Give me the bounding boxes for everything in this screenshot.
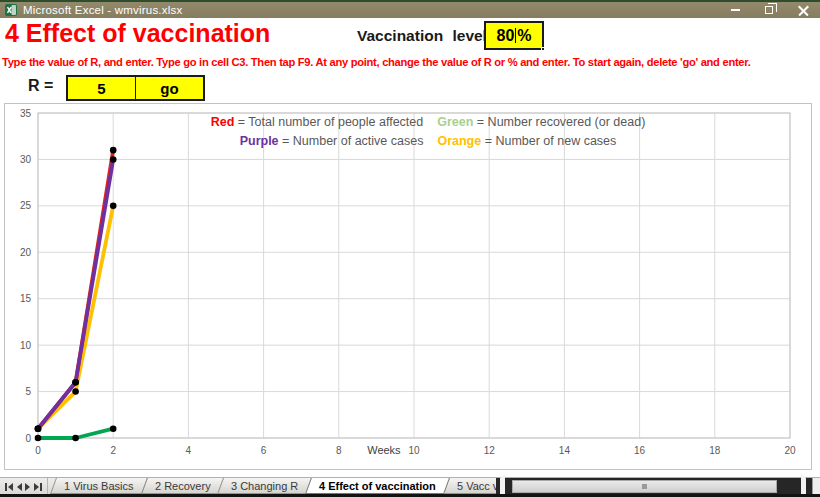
scroll-right-button[interactable] (801, 478, 806, 496)
go-cell[interactable]: go (135, 75, 205, 101)
sheet-tab[interactable]: 1 Virus Basics (50, 478, 147, 494)
svg-text:15: 15 (20, 293, 32, 304)
vaccination-level-cell[interactable]: 80% (484, 21, 544, 50)
svg-text:10: 10 (20, 340, 32, 351)
tab-scroll-next-button[interactable] (25, 483, 30, 491)
chart-legend: Red = Total number of people affectedGre… (211, 113, 646, 151)
page-title: 4 Effect of vaccination (5, 19, 270, 48)
svg-text:20: 20 (784, 445, 796, 456)
legend-entry: Green = Number recovered (or dead) (437, 115, 645, 129)
svg-text:25: 25 (20, 200, 32, 211)
svg-text:30: 30 (20, 154, 32, 165)
legend-entry: Red = Total number of people affected (211, 115, 424, 129)
cell-fill-handle[interactable] (541, 47, 545, 51)
r-value-cell[interactable]: 5 (66, 75, 137, 101)
close-button[interactable] (786, 2, 820, 18)
vaccination-chart[interactable]: 0246810121416182005101520253035Weeks Red… (4, 103, 812, 470)
scrollbar-end-cap (812, 478, 820, 495)
svg-text:14: 14 (559, 445, 571, 456)
scrollbar-thumb[interactable] (512, 480, 777, 493)
tab-scroll-first-button[interactable] (5, 483, 13, 491)
first-sheet-icon (5, 483, 7, 491)
svg-text:35: 35 (20, 108, 32, 119)
instructions-text: Type the value of R, and enter. Type go … (2, 56, 819, 68)
sheet-tab-strip: 1 Virus Basics2 Recovery3 Changing R4 Ef… (48, 478, 496, 495)
sheet-tab[interactable]: 5 Vacc vs no vacc av (443, 478, 496, 494)
sheet-tab[interactable]: 3 Changing R (217, 478, 312, 494)
sheet-tab-label: 4 Effect of vaccination (320, 480, 437, 492)
tab-scroll-last-button[interactable] (34, 483, 42, 491)
chart-plot-area: 0246810121416182005101520253035Weeks (5, 104, 813, 471)
svg-text:5: 5 (25, 386, 31, 397)
excel-icon (5, 4, 17, 16)
sheet-tab-label: 5 Vacc vs no vacc av (457, 480, 496, 492)
vaccination-value-unit: % (517, 27, 531, 45)
svg-text:0: 0 (25, 433, 31, 444)
legend-entry: Orange = Number of new cases (437, 134, 616, 148)
vaccination-value: 80 (496, 27, 514, 45)
window-title: Microsoft Excel - wmvirus.xlsx (23, 4, 182, 16)
legend-line: Red = Total number of people affectedGre… (211, 113, 646, 132)
svg-text:18: 18 (709, 445, 721, 456)
close-icon (798, 5, 809, 16)
legend-entry: Purple = Number of active cases (240, 134, 424, 148)
svg-text:12: 12 (484, 445, 496, 456)
next-sheet-icon (25, 483, 30, 491)
restore-button[interactable] (752, 2, 786, 18)
legend-line: Purple = Number of active casesOrange = … (211, 132, 646, 151)
restore-icon (765, 6, 773, 14)
sheet-tab-label: 2 Recovery (155, 480, 211, 492)
svg-text:20: 20 (20, 247, 32, 258)
svg-text:0: 0 (35, 445, 41, 456)
svg-text:8: 8 (336, 445, 342, 456)
excel-window: Microsoft Excel - wmvirus.xlsx 4 Effect … (0, 0, 820, 497)
sheet-tab[interactable]: 4 Effect of vaccination (306, 478, 451, 494)
svg-text:2: 2 (110, 445, 116, 456)
sheet-tab-label: 1 Virus Basics (64, 480, 133, 492)
r-label: R = (28, 77, 53, 95)
sheet-tab-bar: 1 Virus Basics2 Recovery3 Changing R4 Ef… (0, 477, 820, 494)
prev-sheet-icon (17, 483, 22, 491)
text-caret (515, 28, 516, 43)
tab-nav-buttons (0, 478, 48, 495)
svg-text:16: 16 (634, 445, 646, 456)
last-sheet-icon (34, 483, 39, 491)
svg-text:10: 10 (408, 445, 420, 456)
horizontal-scrollbar[interactable] (496, 478, 812, 495)
sheet-tab-label: 3 Changing R (231, 480, 298, 492)
svg-text:Weeks: Weeks (367, 444, 401, 456)
scrollbar-grip (642, 484, 647, 489)
tab-scroll-prev-button[interactable] (17, 483, 22, 491)
scroll-left-button[interactable] (500, 478, 505, 496)
vaccination-level-label: Vaccination level (357, 27, 487, 45)
sheet-tab[interactable]: 2 Recovery (141, 478, 224, 494)
minimize-icon (731, 9, 740, 11)
svg-text:6: 6 (261, 445, 267, 456)
title-bar: Microsoft Excel - wmvirus.xlsx (0, 0, 820, 18)
svg-text:4: 4 (186, 445, 192, 456)
minimize-button[interactable] (718, 2, 752, 18)
